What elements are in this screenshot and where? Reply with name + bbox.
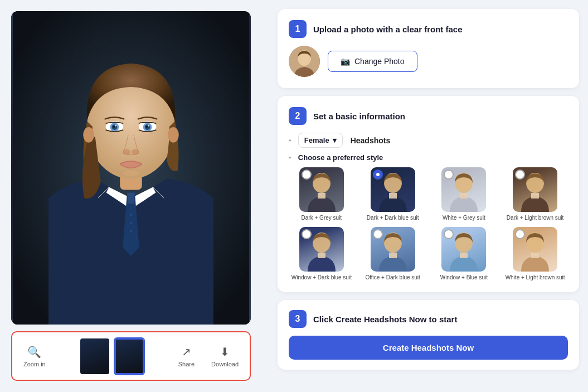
gender-headshots-row: ● Female ▾ Headshots [289,133,568,148]
thumbnail-images [57,337,167,375]
style-radio-dark-lightbrown [515,170,525,180]
style-item-window-blue[interactable]: Window + Blue suit [431,227,497,281]
svg-rect-25 [318,193,325,199]
svg-rect-43 [460,253,468,258]
svg-point-7 [168,127,179,143]
style-label-dark-lightbrown: Dark + Light brown suit [507,214,564,221]
style-label-office-darkblue: Office + Dark blue suit [365,274,420,281]
zoom-in-action[interactable]: 🔍 Zoom in [18,341,51,372]
thumb-1[interactable] [79,337,110,375]
camera-icon: 📷 [341,57,350,66]
style-item-white-grey[interactable]: White + Grey suit [431,167,497,221]
step2-card: 2 Set a basic information ● Female ▾ Hea… [278,96,579,292]
download-label: Download [211,361,239,367]
step1-badge: 1 [289,20,307,38]
svg-point-11 [113,125,115,128]
thumb-1-inner [80,338,109,374]
step2-badge: 2 [289,107,307,125]
download-icon: ⬇ [220,345,230,359]
style-label-white-lightbrown: White + Light brown suit [506,274,565,281]
step3-header: 3 Click Create Headshots Now to start [289,310,568,328]
step1-title: Upload a photo with a clear front face [313,25,463,34]
step2-title: Set a basic information [313,112,405,121]
svg-point-1 [130,214,132,216]
main-photo-container [11,11,251,325]
svg-rect-46 [531,253,539,258]
uploaded-avatar [289,46,320,77]
step3-badge: 3 [289,310,307,328]
svg-point-19 [132,149,139,155]
svg-point-16 [146,125,148,128]
thumb-2-inner [115,338,144,374]
step2-header: 2 Set a basic information [289,107,568,125]
style-img-wrap-office-darkblue [371,227,415,272]
style-img-wrap-white-lightbrown [513,227,557,272]
change-photo-label: Change Photo [354,57,405,66]
left-panel: 🔍 Zoom in ↗ Share ⬇ Download [0,0,273,392]
style-radio-dark-grey [302,170,312,180]
style-item-dark-lightbrown[interactable]: Dark + Light brown suit [502,167,568,221]
style-radio-white-lightbrown [515,229,525,239]
step1-card: 1 Upload a photo with a clear front face… [278,9,579,88]
gender-value: Female [304,136,329,144]
style-label-window-darkblue: Window + Dark blue suit [291,274,352,281]
svg-point-17 [148,125,149,127]
step3-card: 3 Click Create Headshots Now to start Cr… [278,300,579,370]
style-item-white-lightbrown[interactable]: White + Light brown suit [502,227,568,281]
svg-point-3 [130,230,132,233]
style-radio-office-darkblue [373,229,383,239]
zoom-label: Zoom in [23,361,46,367]
main-photo-placeholder [11,11,251,325]
portrait-svg [11,11,251,325]
change-photo-button[interactable]: 📷 Change Photo [328,51,417,72]
style-img-wrap-dark-lightbrown [513,167,557,212]
style-radio-window-darkblue [302,229,312,239]
style-item-dark-darkblue[interactable]: Dark + Dark blue suit [360,167,426,221]
style-img-wrap-dark-grey [299,167,344,212]
svg-point-2 [130,222,132,224]
svg-point-20 [123,171,139,176]
step3-title: Click Create Headshots Now to start [313,314,457,324]
headshots-label: Headshots [351,136,391,145]
style-img-wrap-window-darkblue [299,227,344,272]
svg-rect-37 [318,253,325,258]
style-item-dark-grey[interactable]: Dark + Grey suit [289,167,354,221]
style-item-office-darkblue[interactable]: Office + Dark blue suit [360,227,426,281]
style-img-wrap-white-grey [441,167,486,212]
style-item-window-darkblue[interactable]: Window + Dark blue suit [289,227,354,281]
thumb-2[interactable] [114,337,145,375]
style-img-wrap-dark-darkblue [371,167,415,212]
style-grid: Dark + Grey suit Dark + Dark blue suit [289,167,568,281]
thumbnail-bar: 🔍 Zoom in ↗ Share ⬇ Download [11,331,251,381]
svg-rect-31 [460,193,468,199]
style-prompt-label: ● Choose a preferred style [289,153,568,162]
style-label-window-blue: Window + Blue suit [440,274,488,281]
style-label-white-grey: White + Grey suit [443,214,485,221]
share-icon: ↗ [182,345,191,359]
svg-rect-28 [389,193,397,199]
style-label-dark-grey: Dark + Grey suit [302,214,342,221]
avatar-svg [289,46,320,77]
share-label: Share [178,361,195,367]
download-action[interactable]: ⬇ Download [206,341,244,372]
svg-point-18 [123,149,130,155]
style-label-dark-darkblue: Dark + Dark blue suit [367,214,419,221]
right-panel: 1 Upload a photo with a clear front face… [273,0,588,392]
zoom-icon: 🔍 [27,345,41,359]
svg-point-6 [83,127,94,143]
svg-rect-34 [531,193,539,199]
avatar-inner [289,46,320,77]
svg-point-12 [115,125,116,127]
gender-select[interactable]: Female ▾ [298,133,343,148]
style-radio-dark-darkblue [373,170,383,180]
step1-header: 1 Upload a photo with a clear front face [289,20,568,38]
svg-rect-40 [389,253,397,258]
photo-upload-row: 📷 Change Photo [289,46,568,77]
share-action[interactable]: ↗ Share [173,341,200,372]
style-img-wrap-window-blue [441,227,486,272]
create-headshots-button[interactable]: Create Headshots Now [289,336,568,360]
chevron-down-icon: ▾ [333,136,337,144]
style-prompt-text: Choose a preferred style [298,153,383,162]
